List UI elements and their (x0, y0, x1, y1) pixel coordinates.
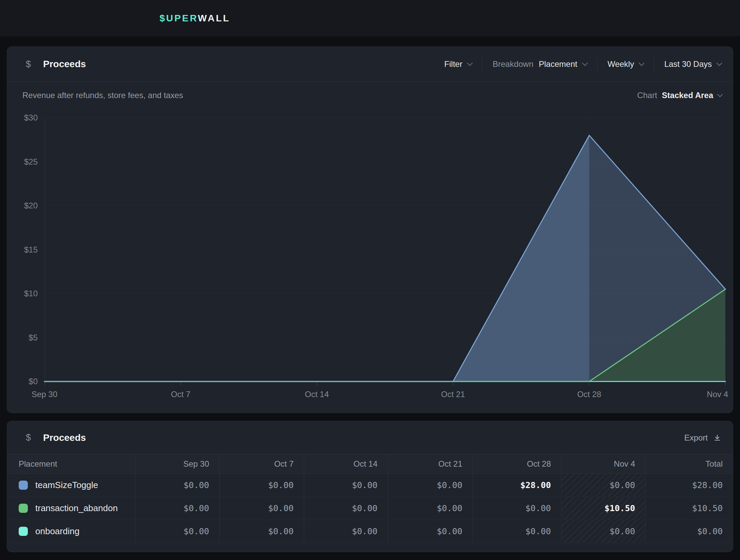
placement-cell-onboarding[interactable]: onboarding (7, 520, 135, 543)
value-cell: $0.00 (561, 474, 646, 497)
chart-type-label: Chart (637, 91, 657, 100)
x-tick-label: Sep 30 (32, 390, 57, 399)
series-color-swatch (19, 481, 28, 490)
value-cell: $0.00 (473, 520, 561, 543)
chevron-down-icon (717, 60, 722, 66)
export-button[interactable]: Export (684, 433, 721, 443)
value-cell: $0.00 (646, 520, 733, 543)
filter-label: Filter (444, 59, 462, 69)
value-cell: $0.00 (135, 520, 220, 543)
divider (597, 57, 597, 71)
chevron-down-icon (639, 60, 644, 66)
value-cell: $10.50 (646, 497, 733, 520)
value-cell: $0.00 (388, 520, 473, 543)
placement-cell-transaction_abandon[interactable]: transaction_abandon (7, 497, 135, 520)
column-header-sep-30: Sep 30 (135, 454, 220, 474)
column-header-oct-28: Oct 28 (473, 454, 561, 474)
date-range-value: Last 30 Days (664, 59, 712, 69)
y-tick-label: $5 (29, 333, 38, 342)
chart-subtitle: Revenue after refunds, store fees, and t… (22, 91, 183, 100)
interval-value: Weekly (608, 59, 634, 69)
breakdown-label: Breakdown (493, 59, 533, 69)
date-range-dropdown[interactable]: Last 30 Days (664, 59, 721, 69)
placement-label: onboarding (35, 526, 79, 537)
value-cell: $0.00 (388, 497, 473, 520)
proceeds-table-card: $ Proceeds Export PlacementSep 30Oct 7Oc… (7, 421, 733, 552)
download-icon (713, 434, 721, 442)
y-tick-label: $10 (24, 289, 38, 298)
chart-type-dropdown[interactable]: Chart Stacked Area (637, 91, 722, 100)
value-cell: $0.00 (220, 520, 304, 543)
value-cell: $0.00 (220, 474, 304, 497)
x-tick-label: Oct 14 (305, 390, 329, 399)
breakdown-value: Placement (539, 59, 577, 69)
placement-label: transaction_abandon (35, 503, 118, 514)
proceeds-table: PlacementSep 30Oct 7Oct 14Oct 21Oct 28No… (7, 454, 733, 543)
column-header-placement: Placement (7, 454, 135, 474)
dollar-icon: $ (26, 432, 31, 443)
chevron-down-icon (717, 92, 723, 97)
value-cell: $0.00 (135, 474, 220, 497)
y-tick-label: $25 (24, 157, 38, 167)
x-tick-label: Oct 21 (441, 390, 465, 399)
chevron-down-icon (467, 60, 473, 66)
value-cell: $0.00 (304, 474, 388, 497)
value-cell: $0.00 (473, 497, 561, 520)
y-tick-label: $20 (24, 201, 38, 210)
y-tick-label: $15 (24, 245, 38, 255)
export-label: Export (684, 433, 708, 443)
stacked-area-chart[interactable]: $30$25$20$15$10$5$0 Sep 30Oct 7Oct 14Oct… (44, 118, 725, 381)
chart-controls: Filter Breakdown Placement Weekly Last 3… (444, 57, 721, 71)
card-title: Proceeds (43, 59, 86, 70)
dollar-icon: $ (26, 59, 31, 70)
chart-canvas (44, 118, 725, 386)
value-cell: $0.00 (561, 520, 646, 543)
column-header-oct-7: Oct 7 (220, 454, 304, 474)
x-tick-label: Nov 4 (707, 390, 728, 399)
interval-dropdown[interactable]: Weekly (608, 59, 644, 69)
value-cell: $0.00 (388, 474, 473, 497)
proceeds-chart-card: $ Proceeds Filter Breakdown Placement We… (7, 46, 733, 413)
divider (654, 57, 654, 71)
x-tick-label: Oct 28 (577, 390, 601, 399)
divider (482, 57, 482, 71)
logo-secondary: WALL (198, 13, 230, 23)
chart-subheader: Revenue after refunds, store fees, and t… (7, 91, 733, 100)
x-tick-label: Oct 7 (171, 390, 190, 399)
superwall-logo[interactable]: $UPERWALL (160, 13, 230, 24)
chart-type-value: Stacked Area (662, 91, 713, 100)
topbar: $UPERWALL (0, 0, 740, 36)
x-axis-labels: Sep 30Oct 7Oct 14Oct 21Oct 28Nov 4 (44, 390, 725, 401)
value-cell: $28.00 (473, 474, 561, 497)
column-header-nov-4: Nov 4 (561, 454, 646, 474)
column-header-oct-21: Oct 21 (388, 454, 473, 474)
logo-primary: $UPER (160, 13, 198, 23)
chevron-down-icon (582, 60, 588, 66)
filter-dropdown[interactable]: Filter (444, 59, 472, 69)
value-cell: $0.00 (135, 497, 220, 520)
breakdown-dropdown[interactable]: Breakdown Placement (493, 59, 587, 69)
card-title: Proceeds (43, 432, 86, 443)
value-cell: $28.00 (646, 474, 733, 497)
series-color-swatch (19, 504, 28, 513)
value-cell: $0.00 (304, 520, 388, 543)
y-axis-labels: $30$25$20$15$10$5$0 (7, 118, 38, 381)
table-card-header: $ Proceeds Export (7, 421, 733, 454)
value-cell: $0.00 (304, 497, 388, 520)
y-tick-label: $30 (24, 113, 38, 123)
value-cell: $10.50 (561, 497, 646, 520)
value-cell: $0.00 (220, 497, 304, 520)
column-header-oct-14: Oct 14 (304, 454, 388, 474)
series-color-swatch (19, 527, 28, 536)
chart-card-header: $ Proceeds Filter Breakdown Placement We… (7, 47, 733, 82)
y-tick-label: $0 (29, 377, 38, 386)
placement-label: teamSizeToggle (35, 480, 98, 490)
placement-cell-teamSizeToggle[interactable]: teamSizeToggle (7, 474, 135, 497)
column-header-total: Total (646, 454, 733, 474)
